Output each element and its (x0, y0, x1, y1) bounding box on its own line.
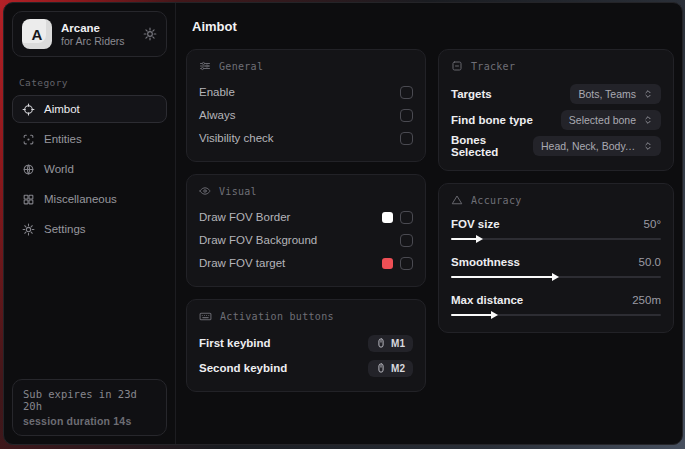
triangle-icon (451, 194, 463, 206)
card-title: Accuracy (471, 195, 522, 206)
card-title: Tracker (471, 61, 515, 72)
chevrons-up-down-icon (643, 89, 653, 99)
brand-card: A Arcane for Arc Riders (12, 11, 167, 57)
setting-row-fov-target: Draw FOV target (199, 252, 413, 274)
smoothness-slider[interactable] (451, 272, 661, 282)
visual-card-header: Visual (199, 185, 413, 197)
tracker-row-targets: Targets Bots, Teams (451, 81, 661, 106)
general-card-header: General (199, 60, 413, 72)
setting-row-visibility-check: Visibility check (199, 127, 413, 149)
color-swatch[interactable] (382, 258, 393, 269)
slider-value: 50.0 (639, 256, 661, 268)
sub-expiry-text: Sub expires in 23d 20h (23, 388, 156, 412)
find-bone-type-dropdown[interactable]: Selected bone (561, 110, 661, 130)
enable-checkbox[interactable] (400, 86, 413, 99)
keybind-label: First keybind (199, 337, 271, 349)
keybind-value: M2 (391, 363, 405, 374)
setting-label: Enable (199, 86, 235, 98)
slider-thumb[interactable] (552, 273, 559, 281)
crosshair-icon (22, 103, 35, 116)
sidebar-item-label: Miscellaneous (44, 193, 117, 205)
bones-selected-dropdown[interactable]: Head, Neck, Body, Fe... (533, 136, 661, 156)
left-column: General Enable Always Visibility check (186, 49, 426, 392)
session-duration-text: session duration 14s (23, 415, 156, 427)
sidebar-item-aimbot[interactable]: Aimbot (12, 95, 167, 123)
mouse-icon (376, 338, 386, 348)
second-keybind-button[interactable]: M2 (368, 360, 413, 377)
sidebar-item-entities[interactable]: Entities (12, 125, 167, 153)
setting-label: Visibility check (199, 132, 274, 144)
grid-icon (22, 193, 35, 206)
general-card: General Enable Always Visibility check (186, 49, 426, 162)
tracker-card-header: Tracker (451, 60, 661, 72)
slider-fill (451, 314, 493, 316)
dropdown-value: Selected bone (569, 114, 636, 126)
keybind-value: M1 (391, 338, 405, 349)
setting-row-fov-background: Draw FOV Background (199, 229, 413, 251)
sidebar-item-miscellaneous[interactable]: Miscellaneous (12, 185, 167, 213)
tracker-card: Tracker Targets Bots, Teams (438, 49, 674, 171)
app-window: A Arcane for Arc Riders Category (3, 2, 683, 445)
tracker-label: Find bone type (451, 114, 533, 126)
slider-fill (451, 238, 478, 240)
setting-row-fov-border: Draw FOV Border (199, 206, 413, 228)
page-title: Aimbot (192, 19, 674, 34)
setting-label: Draw FOV Border (199, 211, 290, 223)
sidebar: A Arcane for Arc Riders Category (4, 3, 176, 444)
tracker-label: Targets (451, 88, 492, 100)
keybind-label: Second keybind (199, 362, 287, 374)
sidebar-item-world[interactable]: World (12, 155, 167, 183)
card-title: General (219, 61, 263, 72)
slider-thumb[interactable] (491, 311, 498, 319)
fov-background-checkbox[interactable] (400, 234, 413, 247)
targets-dropdown[interactable]: Bots, Teams (570, 84, 661, 104)
tracker-row-find-bone-type: Find bone type Selected bone (451, 107, 661, 132)
sidebar-menu: Aimbot Entities World (4, 95, 175, 243)
category-label: Category (19, 77, 160, 88)
tracker-row-bones-selected: Bones Selected Head, Neck, Body, Fe... (451, 133, 661, 158)
accuracy-card: Accuracy FOV size 50° (438, 183, 674, 333)
sidebar-item-label: Aimbot (44, 103, 80, 115)
setting-label: Draw FOV target (199, 257, 285, 269)
slider-fill (451, 276, 554, 278)
brand-text: Arcane for Arc Riders (61, 22, 125, 47)
setting-row-enable: Enable (199, 81, 413, 103)
accuracy-card-header: Accuracy (451, 194, 661, 206)
sliders-icon (199, 60, 211, 72)
keybind-row-second: Second keybind M2 (199, 357, 413, 379)
slider-thumb[interactable] (476, 235, 483, 243)
max-distance-slider[interactable] (451, 310, 661, 320)
slider-row-fov-size: FOV size 50° (451, 215, 661, 244)
fov-size-slider[interactable] (451, 234, 661, 244)
fov-border-checkbox[interactable] (400, 211, 413, 224)
activation-card: Activation buttons First keybind (186, 299, 426, 392)
keyboard-icon (199, 310, 212, 323)
sidebar-item-label: Entities (44, 133, 82, 145)
slider-label: FOV size (451, 218, 500, 230)
subscription-card: Sub expires in 23d 20h session duration … (12, 379, 167, 436)
sidebar-item-settings[interactable]: Settings (12, 215, 167, 243)
globe-icon (22, 163, 35, 176)
color-swatch[interactable] (382, 212, 393, 223)
main-content: Aimbot General (176, 3, 682, 444)
mouse-icon (376, 363, 386, 373)
dropdown-value: Bots, Teams (578, 88, 636, 100)
chevrons-up-down-icon (643, 141, 653, 151)
sidebar-item-label: World (44, 163, 74, 175)
visibility-check-checkbox[interactable] (400, 132, 413, 145)
slider-value: 250m (632, 294, 661, 306)
chevrons-up-down-icon (643, 115, 653, 125)
slider-row-max-distance: Max distance 250m (451, 291, 661, 320)
brand-title: Arcane (61, 22, 125, 34)
gear-icon[interactable] (143, 27, 157, 41)
fov-target-checkbox[interactable] (400, 257, 413, 270)
first-keybind-button[interactable]: M1 (368, 335, 413, 352)
visual-card: Visual Draw FOV Border Draw FOV Backgrou… (186, 174, 426, 287)
eye-icon (199, 185, 211, 197)
slider-label: Max distance (451, 294, 523, 306)
right-column: Tracker Targets Bots, Teams (438, 49, 674, 333)
gear-icon (22, 223, 35, 236)
slider-value: 50° (644, 218, 661, 230)
box-minus-icon (451, 60, 463, 72)
always-checkbox[interactable] (400, 109, 413, 122)
